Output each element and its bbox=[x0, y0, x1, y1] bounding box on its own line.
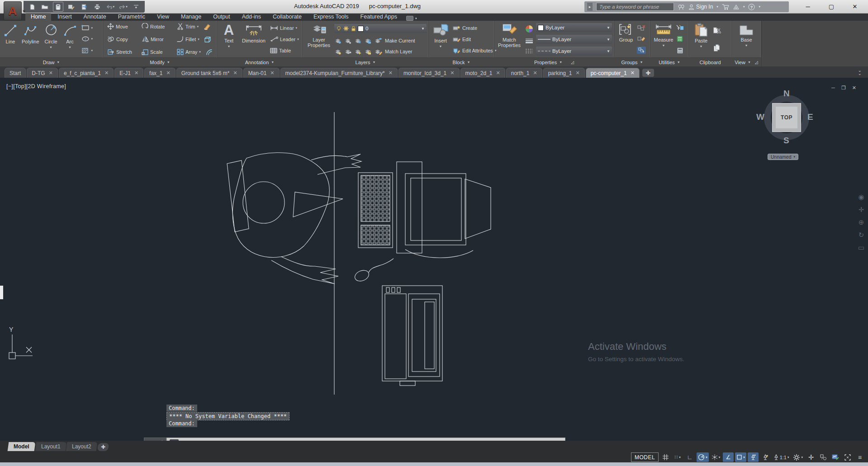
panel-label-layers[interactable]: Layers▼ bbox=[303, 57, 428, 66]
transfer-button[interactable] bbox=[79, 2, 90, 12]
save-as-button[interactable] bbox=[66, 2, 76, 12]
tray-settings-button[interactable]: ✛ bbox=[806, 452, 816, 462]
rectangle-button[interactable]: ▾ bbox=[80, 24, 98, 31]
share-chevron-icon[interactable]: ▾ bbox=[743, 5, 745, 9]
orbit-icon[interactable]: ↻ bbox=[859, 231, 864, 239]
tab-insert[interactable]: Insert bbox=[52, 13, 77, 21]
measure-button[interactable]: Measure▼ bbox=[652, 22, 675, 56]
insert-chevron-icon[interactable]: ▼ bbox=[439, 44, 442, 49]
tab-view[interactable]: View bbox=[152, 13, 175, 21]
compass-south[interactable]: S bbox=[783, 136, 789, 146]
model-tab[interactable]: Model bbox=[8, 442, 35, 451]
annotation-visibility-toggle[interactable] bbox=[748, 452, 759, 462]
showmotion-icon[interactable]: ▭ bbox=[858, 244, 864, 252]
new-drawing-tab-button[interactable]: ✚ bbox=[642, 69, 654, 77]
file-tab[interactable]: E-J1✕ bbox=[114, 68, 143, 78]
help-icon[interactable]: ? bbox=[748, 4, 755, 10]
polar-chevron-icon[interactable]: ▾ bbox=[706, 456, 707, 459]
close-tab-icon[interactable]: ✕ bbox=[533, 70, 537, 76]
palette-anchor-grip[interactable] bbox=[0, 286, 3, 299]
layer-freeze-icon[interactable] bbox=[354, 38, 361, 44]
close-tab-icon[interactable]: ✕ bbox=[389, 70, 393, 76]
file-tab[interactable]: fax_1✕ bbox=[144, 68, 175, 78]
ungroup-icon[interactable] bbox=[637, 25, 645, 31]
redo-button[interactable]: ▾ bbox=[118, 2, 128, 12]
pan-icon[interactable]: ✛ bbox=[859, 206, 864, 214]
named-view-dropdown[interactable]: Unnamed▾ bbox=[768, 154, 798, 160]
viewcube-top-face[interactable]: TOP bbox=[773, 104, 801, 132]
mirror-button[interactable]: Mirror bbox=[140, 36, 174, 43]
circle-chevron-icon[interactable]: ▼ bbox=[49, 45, 52, 50]
isometric-drafting-toggle[interactable]: ▾ bbox=[710, 452, 722, 462]
print-button[interactable] bbox=[92, 2, 102, 12]
make-current-icon[interactable] bbox=[374, 38, 382, 44]
calculator-icon[interactable] bbox=[677, 47, 683, 54]
layer-properties-button[interactable]: Layer Properties bbox=[304, 22, 333, 56]
copy-button[interactable]: Copy bbox=[106, 36, 138, 43]
dimension-button[interactable]: Dimension bbox=[240, 22, 268, 56]
line-button[interactable]: Line bbox=[2, 22, 19, 56]
viewcube[interactable]: N S W E TOP Unnamed▾ bbox=[759, 90, 814, 145]
compass-west[interactable]: W bbox=[756, 112, 764, 122]
file-tab[interactable]: D-TG✕ bbox=[27, 68, 58, 78]
redo-chevron-icon[interactable]: ▾ bbox=[126, 5, 128, 9]
layer-select-combo[interactable]: 0 ▼ bbox=[334, 24, 427, 33]
layer-thaw-all-icon[interactable] bbox=[354, 49, 361, 55]
cut-icon[interactable] bbox=[712, 27, 721, 34]
object-snap-tracking-toggle[interactable]: ∠ bbox=[723, 452, 734, 462]
file-tab[interactable]: Ground tank 5x6 m*✕ bbox=[176, 68, 242, 78]
navigation-wheel-icon[interactable]: ◉ bbox=[858, 193, 864, 201]
base-chevron-icon[interactable]: ▼ bbox=[745, 43, 748, 48]
file-tab[interactable]: moto_2d_1✕ bbox=[460, 68, 505, 78]
explode-button[interactable] bbox=[203, 36, 213, 43]
panel-label-utilities[interactable]: Utilities▼ bbox=[650, 57, 688, 66]
file-tab-start[interactable]: Start bbox=[5, 68, 26, 78]
tab-add-ins[interactable]: Add-ins bbox=[237, 13, 266, 21]
performance-feedback-button[interactable]: ▾ bbox=[406, 16, 417, 21]
panel-label-view[interactable]: View▼◿ bbox=[732, 57, 761, 66]
model-space-toggle[interactable]: MODEL bbox=[631, 452, 659, 462]
tab-output[interactable]: Output bbox=[208, 13, 236, 21]
help-chevron-icon[interactable]: ▾ bbox=[759, 5, 760, 9]
tab-overflow-icon[interactable]: ⌄⌄ bbox=[858, 69, 862, 75]
iso-chevron-icon[interactable]: ▾ bbox=[719, 456, 721, 459]
match-layer-icon[interactable] bbox=[374, 49, 382, 55]
close-tab-icon[interactable]: ✕ bbox=[104, 70, 109, 76]
arc-chevron-icon[interactable]: ▼ bbox=[68, 45, 71, 50]
tab-annotate[interactable]: Annotate bbox=[78, 13, 112, 21]
vp-restore-icon[interactable]: ❐ bbox=[841, 85, 846, 91]
workspace-switching-button[interactable]: ▾ bbox=[792, 452, 804, 462]
linear-button[interactable]: Linear▾ bbox=[269, 25, 300, 31]
tab-featured-apps[interactable]: Featured Apps bbox=[355, 13, 403, 21]
match-properties-button[interactable]: Match Properties bbox=[496, 22, 522, 56]
close-tab-icon[interactable]: ✕ bbox=[496, 70, 500, 76]
search-expand-icon[interactable]: ▸ bbox=[587, 3, 593, 11]
snap-chevron-icon[interactable]: ▾ bbox=[679, 456, 681, 459]
compass-east[interactable]: E bbox=[807, 112, 813, 122]
panel-label-draw[interactable]: Draw▼ bbox=[0, 57, 103, 66]
paste-chevron-icon[interactable]: ▼ bbox=[700, 44, 703, 49]
vp-close-icon[interactable]: ✕ bbox=[852, 85, 856, 91]
tab-manage[interactable]: Manage bbox=[175, 13, 207, 21]
panel-label-block[interactable]: Block▼ bbox=[429, 57, 494, 66]
layer-prev-icon[interactable] bbox=[344, 49, 351, 55]
close-tab-icon[interactable]: ✕ bbox=[134, 70, 138, 76]
isolate-objects-button[interactable] bbox=[818, 452, 829, 462]
a360-share-icon[interactable] bbox=[733, 4, 740, 10]
linetype-icon[interactable] bbox=[525, 48, 533, 54]
leader-button[interactable]: Leader▾ bbox=[269, 36, 300, 42]
file-tab[interactable]: monitor_lcd_3d_1✕ bbox=[398, 68, 460, 78]
maximize-button[interactable]: ▢ bbox=[825, 2, 837, 12]
block-create-button[interactable]: Create bbox=[451, 24, 498, 31]
search-input[interactable]: Type a keyword or phrase bbox=[596, 3, 674, 11]
insert-button[interactable]: Insert▼ bbox=[431, 22, 451, 56]
autoscale-toggle[interactable] bbox=[760, 452, 771, 462]
base-button[interactable]: Base▼ bbox=[737, 22, 756, 56]
file-tab[interactable]: north_1✕ bbox=[506, 68, 542, 78]
ortho-mode-toggle[interactable]: ∟ bbox=[684, 452, 695, 462]
close-button[interactable]: ✕ bbox=[849, 2, 861, 12]
object-color-combo[interactable]: ByLayer▼ bbox=[536, 23, 612, 32]
hatch-button[interactable]: ▾ bbox=[80, 47, 98, 54]
ellipse-button[interactable]: ▾ bbox=[80, 36, 98, 42]
rectangle-chevron-icon[interactable]: ▾ bbox=[91, 26, 93, 30]
